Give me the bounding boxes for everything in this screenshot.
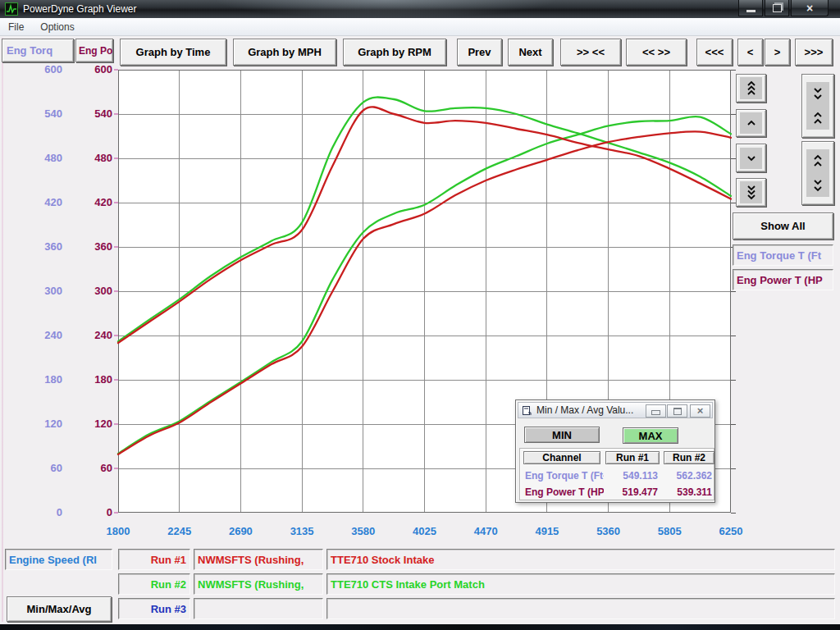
collapse-vertical-icon	[806, 82, 829, 130]
right-y-tick-label: 540	[58, 107, 112, 121]
minmax-restore-icon	[673, 408, 682, 415]
right-y-tick-label: 600	[58, 62, 112, 77]
next-button[interactable]: Next	[508, 39, 553, 66]
y-range-expand-button[interactable]	[801, 141, 834, 205]
right-y-tick-label: 0	[58, 505, 112, 520]
x-tick-label: 4915	[517, 525, 578, 537]
minmax-row-torque-channel: Eng Torque T (Ft-	[525, 470, 604, 482]
right-axis-channel-button[interactable]: Eng Powe	[75, 39, 113, 62]
titlebar-glass-shine	[213, 0, 558, 18]
y-scale-down-fast-button[interactable]	[736, 178, 766, 207]
left-y-tick-label: 240	[8, 328, 62, 343]
menu-bar: File Options	[0, 18, 840, 36]
left-y-tick-label: 60	[8, 461, 62, 476]
y-scale-up-fast-button[interactable]	[736, 74, 766, 103]
y-scale-up-button[interactable]	[736, 109, 766, 137]
title-bar[interactable]: PowerDyne Graph Viewer ×	[0, 0, 840, 18]
y-range-collapse-button[interactable]	[801, 74, 834, 138]
right-y-tick-label: 120	[58, 417, 112, 431]
minmax-row-power-run2: 539.311	[661, 486, 712, 498]
max-toggle-button[interactable]: MAX	[623, 427, 678, 444]
panel-left-edge	[2, 38, 3, 622]
x-tick-label: 5360	[578, 525, 639, 537]
y-scale-down-button[interactable]	[736, 144, 766, 172]
close-button[interactable]: ×	[791, 0, 829, 16]
menu-options[interactable]: Options	[32, 20, 82, 34]
run2-description[interactable]: TTE710 CTS Intake Port Match	[326, 573, 835, 595]
left-y-tick-label: 420	[8, 195, 62, 210]
left-axis-channel-button[interactable]: Eng Torq	[2, 39, 74, 62]
run3-label: Run #3	[118, 598, 190, 619]
minmax-table: Channel Run #1 Run #2 Eng Torque T (Ft- …	[519, 448, 714, 500]
minmax-row-power-run1: 519.477	[605, 486, 658, 498]
minimize-icon	[746, 10, 756, 12]
powerdyne-app: { "window": { "title": "PowerDyne Graph …	[0, 0, 840, 630]
menu-file[interactable]: File	[0, 20, 32, 34]
minimize-button[interactable]	[738, 0, 763, 16]
prev-button[interactable]: Prev	[457, 39, 502, 66]
run1-file-label: NWMSFTS (Rushing,	[194, 549, 323, 570]
run3-description[interactable]	[326, 598, 835, 619]
minmax-avg-button[interactable]: Min/Max/Avg	[7, 596, 112, 622]
minmax-values-window[interactable]: Min / Max / Avg Valu... × MIN MAX Channe…	[515, 399, 715, 503]
scroll-right-button[interactable]: >	[765, 39, 790, 66]
minmax-minimize-button[interactable]	[646, 404, 666, 418]
minmax-close-icon: ×	[697, 405, 704, 417]
graph-by-mph-button[interactable]: Graph by MPH	[233, 39, 336, 66]
app-icon	[5, 2, 18, 16]
zoom-in-x-button[interactable]: >> <<	[560, 39, 621, 66]
restore-icon	[773, 4, 782, 12]
graph-by-rpm-button[interactable]: Graph by RPM	[343, 39, 446, 66]
restore-button[interactable]	[765, 0, 789, 16]
x-tick-label: 3580	[333, 525, 394, 537]
minmax-window-titlebar[interactable]: Min / Max / Avg Valu... ×	[518, 402, 713, 418]
x-tick-label: 1800	[88, 525, 148, 537]
right-y-tick-label: 240	[58, 328, 112, 343]
close-icon: ×	[806, 1, 813, 16]
right-panel-torque-label: Eng Torque T (Ft	[733, 244, 833, 266]
column-header-run1[interactable]: Run #1	[605, 451, 660, 464]
minmax-minimize-icon	[651, 410, 660, 415]
graph-by-time-button[interactable]: Graph by Time	[120, 39, 226, 66]
scroll-left-fast-button[interactable]: <<<	[696, 39, 733, 66]
right-panel-power-label: Eng Power T (HP	[733, 269, 833, 290]
x-tick-label: 4470	[455, 525, 516, 537]
run1-label: Run #1	[118, 549, 190, 570]
right-y-tick-label: 300	[58, 284, 112, 299]
left-y-tick-label: 300	[8, 284, 62, 299]
left-y-tick-label: 120	[8, 417, 62, 431]
left-y-tick-label: 360	[8, 240, 62, 254]
run1-description[interactable]: TTE710 Stock Intake	[326, 549, 835, 570]
window-title: PowerDyne Graph Viewer	[23, 3, 137, 15]
chevron-up-icon	[740, 112, 762, 134]
zoom-out-x-button[interactable]: << >>	[626, 39, 687, 66]
triple-chevron-down-icon	[740, 181, 762, 203]
left-y-tick-label: 600	[8, 62, 62, 77]
column-header-channel[interactable]: Channel	[523, 451, 600, 464]
run2-label: Run #2	[118, 573, 190, 595]
x-tick-label: 5805	[639, 525, 700, 537]
x-channel-label: Engine Speed (RI	[5, 549, 112, 570]
x-tick-label: 2245	[149, 525, 210, 537]
minmax-restore-button[interactable]	[667, 404, 687, 418]
run3-file-label	[194, 598, 323, 619]
minmax-window-icon	[522, 405, 532, 416]
left-y-tick-label: 540	[8, 107, 62, 121]
scroll-left-button[interactable]: <	[737, 39, 763, 66]
scroll-right-fast-button[interactable]: >>>	[795, 39, 833, 66]
minmax-row-power-channel: Eng Power T (HP)	[525, 486, 604, 498]
minmax-row-torque-run2: 562.362	[661, 470, 712, 482]
minmax-row-torque-run1: 549.113	[605, 470, 658, 482]
right-y-tick-label: 60	[58, 461, 112, 476]
run2-file-label: NWMSFTS (Rushing,	[194, 573, 323, 595]
x-tick-label: 6250	[701, 525, 761, 537]
right-y-tick-label: 480	[58, 151, 112, 166]
min-toggle-button[interactable]: MIN	[524, 427, 600, 443]
chevron-down-icon	[740, 148, 762, 169]
minmax-close-button[interactable]: ×	[690, 404, 710, 418]
right-y-tick-label: 360	[58, 240, 112, 254]
show-all-button[interactable]: Show All	[733, 212, 833, 240]
x-tick-label: 2690	[210, 525, 271, 537]
column-header-run2[interactable]: Run #2	[664, 451, 714, 464]
right-y-tick-label: 420	[58, 195, 112, 210]
